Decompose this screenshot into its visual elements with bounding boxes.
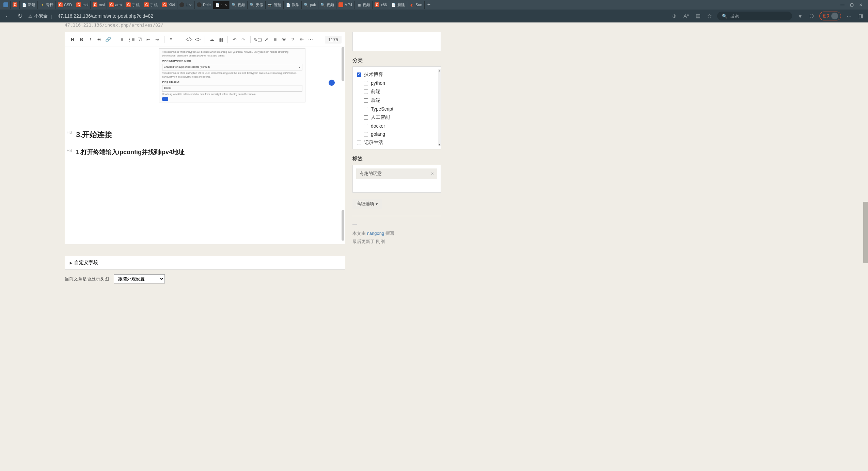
category-item[interactable]: golang [357, 130, 437, 138]
checklist-button[interactable]: ☑ [136, 35, 144, 44]
browser-tab[interactable]: Rele [195, 1, 213, 9]
category-item[interactable]: 前端 [357, 87, 437, 96]
remove-tag-icon[interactable]: × [431, 171, 434, 176]
browser-tab[interactable]: Cmsi [91, 1, 107, 9]
checkbox[interactable] [364, 132, 368, 136]
checkbox[interactable] [364, 115, 368, 120]
downloads-icon[interactable]: ▼ [796, 13, 804, 19]
browser-tab[interactable] [1, 1, 11, 9]
category-item[interactable]: TypeScript [357, 105, 437, 113]
preview-button[interactable]: 👁 [280, 35, 288, 44]
author-link[interactable]: nangong [367, 231, 384, 236]
advanced-options-button[interactable]: 高级选项 ▾ [352, 199, 382, 209]
category-item[interactable]: 后端 [357, 96, 437, 105]
editor-content[interactable]: This determines what encryption will be … [65, 47, 345, 244]
maximize-button[interactable]: ▢ [850, 2, 854, 7]
zoom-icon[interactable]: ⊕ [671, 13, 678, 19]
browser-tab-active[interactable]: 📄:× [213, 1, 230, 9]
code-button[interactable]: </> [185, 35, 193, 44]
browser-tab[interactable]: 🔍视频 [318, 1, 336, 9]
unordered-list-button[interactable]: ⋮≡ [127, 35, 135, 44]
category-item[interactable]: 技术博客 [357, 70, 437, 79]
browser-tab[interactable]: ▦视频 [354, 1, 373, 9]
checkbox[interactable] [357, 141, 361, 145]
login-button[interactable]: 登录 [819, 12, 841, 20]
browser-tab[interactable]: Cx86 [373, 1, 389, 9]
indent-button[interactable]: ⇥ [153, 35, 161, 44]
checkbox[interactable] [364, 98, 368, 103]
minimize-button[interactable]: — [840, 2, 845, 7]
tag-chip[interactable]: 有趣的玩意 × [356, 168, 437, 179]
undo-button[interactable]: ↶ [231, 35, 239, 44]
browser-tab[interactable]: Cmsi [74, 1, 91, 9]
refresh-button[interactable]: ↻ [16, 12, 24, 20]
inline-code-button[interactable]: <> [194, 35, 202, 44]
menu-icon[interactable]: ⋯ [845, 13, 853, 19]
inner-scrollbar[interactable] [342, 47, 344, 81]
category-item[interactable]: 记录生活 [357, 138, 437, 147]
favorite-icon[interactable]: ☆ [706, 13, 713, 19]
pencil-button[interactable]: ✏ [298, 35, 306, 44]
upload-button[interactable]: ☁ [208, 35, 216, 44]
browser-tab[interactable]: ✦青柠 [38, 1, 56, 9]
heading-3-text[interactable]: 3.开始连接 [76, 130, 345, 140]
align-button[interactable]: ≡ [271, 35, 279, 44]
browser-tab[interactable]: 📷智慧 [266, 1, 284, 9]
security-badge[interactable]: ⚠ 不安全 | [28, 13, 53, 19]
heading-button[interactable]: H [68, 35, 77, 44]
browser-tab[interactable]: 📄教学 [284, 1, 302, 9]
browser-tab[interactable]: 🔍安徽 [248, 1, 266, 9]
checkbox[interactable] [364, 124, 368, 128]
table-button[interactable]: ▦ [217, 35, 225, 44]
checkbox[interactable] [364, 81, 368, 85]
browser-tab[interactable]: 📄新建 [389, 1, 407, 9]
checkbox[interactable] [364, 107, 368, 111]
header-image-select[interactable]: 跟随外观设置 [114, 274, 165, 283]
strikethrough-button[interactable]: S [95, 35, 103, 44]
browser-tab[interactable]: C [11, 1, 20, 9]
reader-icon[interactable]: ▤ [694, 13, 702, 19]
heading-4-text[interactable]: 1.打开终端输入ipconfig并找到ipv4地址 [76, 148, 345, 156]
browser-tab[interactable]: CX64 [160, 1, 177, 9]
category-item[interactable]: docker [357, 122, 437, 130]
redo-button[interactable]: ↷ [239, 35, 248, 44]
category-item[interactable]: 日记 [357, 147, 437, 149]
editor-scrollbar[interactable] [342, 210, 344, 241]
ordered-list-button[interactable]: ≡ [118, 35, 126, 44]
tag-input[interactable] [356, 179, 437, 189]
sidebar-toggle-icon[interactable]: ◨ [857, 13, 865, 19]
browser-tab[interactable]: MP4 [336, 1, 355, 9]
quote-button[interactable]: ❝ [167, 35, 175, 44]
fullscreen-button[interactable]: ⤢ [262, 35, 270, 44]
more-button[interactable]: ⋯ [306, 35, 315, 44]
browser-tab[interactable]: C手机 [142, 1, 160, 9]
new-tab-button[interactable]: + [425, 2, 433, 8]
edit-mode-button[interactable]: ✎▢ [253, 35, 262, 44]
browser-tab[interactable]: 🔍视频 [230, 1, 248, 9]
close-window-button[interactable]: ✕ [859, 2, 863, 7]
browser-tab[interactable]: 📄新建 [20, 1, 38, 9]
browser-tab[interactable]: Carm [107, 1, 124, 9]
back-button[interactable]: ← [3, 13, 12, 20]
bold-button[interactable]: B [77, 35, 85, 44]
page-scrollbar[interactable] [863, 22, 868, 471]
browser-tab[interactable]: CCSD [56, 1, 74, 9]
custom-fields-toggle[interactable]: ▸ 自定义字段 [70, 260, 340, 266]
outdent-button[interactable]: ⇤ [144, 35, 153, 44]
browser-tab[interactable]: ◐Sun [407, 1, 425, 9]
category-item[interactable]: python [357, 79, 437, 87]
checkbox[interactable] [357, 72, 361, 77]
text-size-icon[interactable]: Aᴬ [682, 13, 690, 19]
hr-button[interactable]: — [176, 35, 184, 44]
browser-tab[interactable]: 🔍pak [302, 1, 318, 9]
close-tab-icon[interactable]: × [224, 2, 227, 7]
browser-tab[interactable]: C手机 [124, 1, 142, 9]
browser-tab[interactable]: Liza [177, 1, 195, 9]
extensions-icon[interactable]: ⬡ [808, 13, 815, 19]
help-button[interactable]: ? [289, 35, 297, 44]
italic-button[interactable]: I [86, 35, 94, 44]
url-field[interactable]: 47.116.221.136/admin/write-post.php?cid=… [58, 13, 667, 19]
link-button[interactable]: 🔗 [104, 35, 112, 44]
category-item[interactable]: 人工智能 [357, 113, 437, 122]
checkbox[interactable] [364, 90, 368, 94]
